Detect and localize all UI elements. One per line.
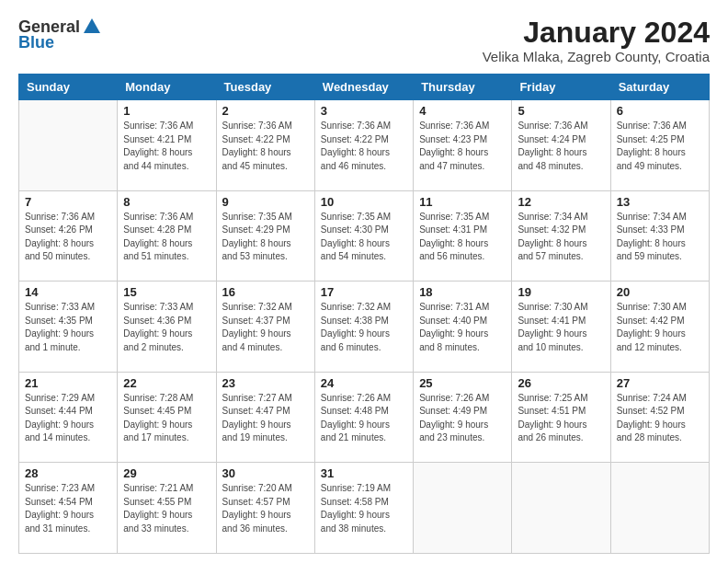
svg-marker-0: [84, 18, 100, 33]
calendar-cell: 12Sunrise: 7:34 AM Sunset: 4:32 PM Dayli…: [512, 190, 610, 282]
day-number: 4: [419, 104, 506, 118]
calendar-cell: [414, 463, 512, 554]
day-number: 9: [222, 195, 309, 209]
calendar-cell: 26Sunrise: 7:25 AM Sunset: 4:51 PM Dayli…: [512, 372, 610, 463]
day-number: 14: [25, 285, 111, 299]
day-number: 15: [123, 285, 210, 299]
month-title: January 2024: [483, 17, 710, 49]
day-number: 6: [617, 104, 703, 118]
day-info: Sunrise: 7:32 AM Sunset: 4:38 PM Dayligh…: [321, 301, 407, 354]
calendar-cell: 14Sunrise: 7:33 AM Sunset: 4:35 PM Dayli…: [19, 282, 118, 373]
day-info: Sunrise: 7:36 AM Sunset: 4:21 PM Dayligh…: [123, 120, 210, 173]
day-number: 8: [123, 195, 210, 209]
header-row: SundayMondayTuesdayWednesdayThursdayFrid…: [19, 75, 710, 100]
calendar-cell: 11Sunrise: 7:35 AM Sunset: 4:31 PM Dayli…: [414, 190, 512, 282]
day-number: 27: [617, 376, 703, 390]
day-number: 16: [222, 285, 309, 299]
day-number: 12: [518, 195, 604, 209]
day-info: Sunrise: 7:36 AM Sunset: 4:25 PM Dayligh…: [617, 120, 703, 173]
calendar-cell: 1Sunrise: 7:36 AM Sunset: 4:21 PM Daylig…: [118, 100, 216, 191]
day-info: Sunrise: 7:36 AM Sunset: 4:24 PM Dayligh…: [518, 120, 604, 173]
day-info: Sunrise: 7:26 AM Sunset: 4:48 PM Dayligh…: [321, 392, 407, 445]
day-number: 7: [25, 195, 111, 209]
calendar-cell: 23Sunrise: 7:27 AM Sunset: 4:47 PM Dayli…: [216, 372, 314, 463]
week-row-5: 28Sunrise: 7:23 AM Sunset: 4:54 PM Dayli…: [19, 463, 710, 554]
calendar-cell: 15Sunrise: 7:33 AM Sunset: 4:36 PM Dayli…: [118, 282, 216, 373]
day-number: 17: [321, 285, 407, 299]
day-number: 18: [419, 285, 506, 299]
calendar-cell: 9Sunrise: 7:35 AM Sunset: 4:29 PM Daylig…: [216, 190, 314, 282]
week-row-2: 7Sunrise: 7:36 AM Sunset: 4:26 PM Daylig…: [19, 190, 710, 282]
calendar-cell: 22Sunrise: 7:28 AM Sunset: 4:45 PM Dayli…: [118, 372, 216, 463]
day-number: 13: [617, 195, 703, 209]
day-number: 19: [518, 285, 604, 299]
day-number: 2: [222, 104, 309, 118]
day-number: 24: [321, 376, 407, 390]
header-right: January 2024 Velika Mlaka, Zagreb County…: [483, 17, 710, 64]
calendar-cell: [610, 463, 709, 554]
calendar-table: SundayMondayTuesdayWednesdayThursdayFrid…: [18, 74, 710, 554]
calendar-cell: 17Sunrise: 7:32 AM Sunset: 4:38 PM Dayli…: [314, 282, 413, 373]
day-number: 5: [518, 104, 604, 118]
day-header-monday: Monday: [118, 75, 216, 100]
day-info: Sunrise: 7:24 AM Sunset: 4:52 PM Dayligh…: [617, 392, 703, 445]
day-number: 31: [321, 466, 407, 480]
calendar-cell: 16Sunrise: 7:32 AM Sunset: 4:37 PM Dayli…: [216, 282, 314, 373]
day-info: Sunrise: 7:21 AM Sunset: 4:55 PM Dayligh…: [123, 482, 210, 535]
calendar-cell: 29Sunrise: 7:21 AM Sunset: 4:55 PM Dayli…: [118, 463, 216, 554]
day-number: 23: [222, 376, 309, 390]
day-number: 20: [617, 285, 703, 299]
day-header-tuesday: Tuesday: [216, 75, 314, 100]
day-info: Sunrise: 7:23 AM Sunset: 4:54 PM Dayligh…: [25, 482, 111, 535]
day-number: 10: [321, 195, 407, 209]
calendar-cell: [19, 100, 118, 191]
logo: General Blue: [18, 17, 102, 52]
day-info: Sunrise: 7:32 AM Sunset: 4:37 PM Dayligh…: [222, 301, 309, 354]
day-info: Sunrise: 7:33 AM Sunset: 4:36 PM Dayligh…: [123, 301, 210, 354]
day-info: Sunrise: 7:36 AM Sunset: 4:28 PM Dayligh…: [123, 211, 210, 264]
week-row-3: 14Sunrise: 7:33 AM Sunset: 4:35 PM Dayli…: [19, 282, 710, 373]
day-info: Sunrise: 7:34 AM Sunset: 4:32 PM Dayligh…: [518, 211, 604, 264]
day-number: 3: [321, 104, 407, 118]
calendar-cell: 6Sunrise: 7:36 AM Sunset: 4:25 PM Daylig…: [610, 100, 709, 191]
week-row-4: 21Sunrise: 7:29 AM Sunset: 4:44 PM Dayli…: [19, 372, 710, 463]
calendar-cell: 31Sunrise: 7:19 AM Sunset: 4:58 PM Dayli…: [314, 463, 413, 554]
day-number: 11: [419, 195, 506, 209]
day-header-wednesday: Wednesday: [314, 75, 413, 100]
logo-icon: [82, 17, 102, 37]
calendar-cell: 4Sunrise: 7:36 AM Sunset: 4:23 PM Daylig…: [414, 100, 512, 191]
calendar-cell: 20Sunrise: 7:30 AM Sunset: 4:42 PM Dayli…: [610, 282, 709, 373]
calendar-cell: 27Sunrise: 7:24 AM Sunset: 4:52 PM Dayli…: [610, 372, 709, 463]
day-header-thursday: Thursday: [414, 75, 512, 100]
day-info: Sunrise: 7:33 AM Sunset: 4:35 PM Dayligh…: [25, 301, 111, 354]
day-header-saturday: Saturday: [610, 75, 709, 100]
calendar-cell: 21Sunrise: 7:29 AM Sunset: 4:44 PM Dayli…: [19, 372, 118, 463]
day-info: Sunrise: 7:29 AM Sunset: 4:44 PM Dayligh…: [25, 392, 111, 445]
day-number: 26: [518, 376, 604, 390]
day-info: Sunrise: 7:34 AM Sunset: 4:33 PM Dayligh…: [617, 211, 703, 264]
day-info: Sunrise: 7:36 AM Sunset: 4:22 PM Dayligh…: [321, 120, 407, 173]
day-info: Sunrise: 7:35 AM Sunset: 4:29 PM Dayligh…: [222, 211, 309, 264]
calendar-cell: 30Sunrise: 7:20 AM Sunset: 4:57 PM Dayli…: [216, 463, 314, 554]
calendar-cell: 25Sunrise: 7:26 AM Sunset: 4:49 PM Dayli…: [414, 372, 512, 463]
day-info: Sunrise: 7:19 AM Sunset: 4:58 PM Dayligh…: [321, 482, 407, 535]
day-info: Sunrise: 7:36 AM Sunset: 4:26 PM Dayligh…: [25, 211, 111, 264]
calendar-cell: 13Sunrise: 7:34 AM Sunset: 4:33 PM Dayli…: [610, 190, 709, 282]
day-number: 28: [25, 466, 111, 480]
calendar-cell: 18Sunrise: 7:31 AM Sunset: 4:40 PM Dayli…: [414, 282, 512, 373]
header: General Blue January 2024 Velika Mlaka, …: [18, 17, 710, 64]
day-info: Sunrise: 7:30 AM Sunset: 4:41 PM Dayligh…: [518, 301, 604, 354]
calendar-cell: 24Sunrise: 7:26 AM Sunset: 4:48 PM Dayli…: [314, 372, 413, 463]
calendar-cell: 3Sunrise: 7:36 AM Sunset: 4:22 PM Daylig…: [314, 100, 413, 191]
day-info: Sunrise: 7:31 AM Sunset: 4:40 PM Dayligh…: [419, 301, 506, 354]
calendar-cell: 7Sunrise: 7:36 AM Sunset: 4:26 PM Daylig…: [19, 190, 118, 282]
calendar-cell: 8Sunrise: 7:36 AM Sunset: 4:28 PM Daylig…: [118, 190, 216, 282]
day-header-friday: Friday: [512, 75, 610, 100]
page: General Blue January 2024 Velika Mlaka, …: [0, 0, 728, 563]
day-info: Sunrise: 7:36 AM Sunset: 4:23 PM Dayligh…: [419, 120, 506, 173]
day-info: Sunrise: 7:25 AM Sunset: 4:51 PM Dayligh…: [518, 392, 604, 445]
week-row-1: 1Sunrise: 7:36 AM Sunset: 4:21 PM Daylig…: [19, 100, 710, 191]
day-number: 22: [123, 376, 210, 390]
day-info: Sunrise: 7:36 AM Sunset: 4:22 PM Dayligh…: [222, 120, 309, 173]
day-number: 21: [25, 376, 111, 390]
